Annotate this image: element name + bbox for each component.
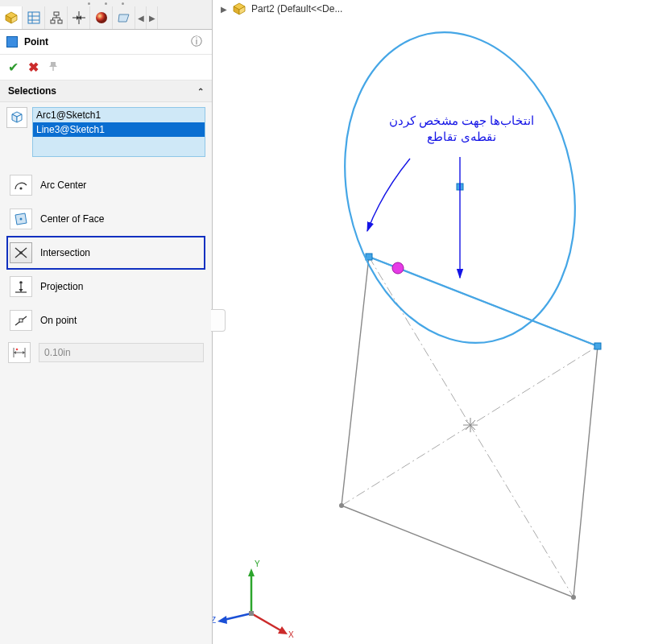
plane-icon <box>118 11 130 24</box>
option-label: Projection <box>40 281 83 292</box>
graphics-area[interactable]: ▶ Part2 (Default<<De... <box>213 0 646 644</box>
svg-text:Y: Y <box>255 559 260 568</box>
tab-property-manager[interactable] <box>23 6 45 29</box>
tab-config-manager[interactable] <box>45 6 68 29</box>
panel-flyout-tab[interactable] <box>211 309 226 332</box>
svg-point-26 <box>20 218 23 221</box>
option-projection[interactable]: Projection <box>6 270 205 303</box>
annotation-arrow <box>367 159 410 231</box>
pin-button[interactable] <box>48 60 60 74</box>
svg-marker-19 <box>118 14 129 22</box>
ok-button[interactable]: ✔ <box>8 60 19 75</box>
option-on-point[interactable]: On point <box>6 303 205 337</box>
svg-text:Z: Z <box>213 616 216 625</box>
svg-rect-7 <box>54 12 59 15</box>
cancel-button[interactable]: ✖ <box>28 60 39 75</box>
center-origin-icon <box>463 418 478 432</box>
selections-section-header[interactable]: Selections ⌃ <box>0 80 212 102</box>
selection-item[interactable]: Line3@Sketch1 <box>33 122 205 137</box>
svg-text:X: X <box>288 630 294 639</box>
svg-point-29 <box>19 251 22 254</box>
point-options: Arc Center Center of Face <box>0 162 212 371</box>
selections-label: Selections <box>8 85 56 97</box>
svg-rect-8 <box>51 20 55 23</box>
sphere-icon <box>95 11 108 24</box>
svg-rect-54 <box>594 343 601 349</box>
tab-dim-manager[interactable] <box>68 6 90 29</box>
selections-body: Arc1@Sketch1 Line3@Sketch1 <box>0 102 212 162</box>
svg-marker-57 <box>248 568 255 576</box>
option-label: On point <box>40 315 77 326</box>
svg-point-51 <box>571 595 576 600</box>
tab-display-manager[interactable] <box>90 6 113 29</box>
option-label: Intersection <box>40 247 90 258</box>
svg-point-24 <box>19 187 22 189</box>
svg-rect-35 <box>19 319 23 322</box>
distance-input <box>39 343 204 362</box>
svg-point-41 <box>16 349 19 351</box>
projection-icon <box>13 279 29 295</box>
panel-tabs: ◀ ▶ <box>0 6 212 30</box>
option-center-of-face[interactable]: Center of Face <box>6 202 205 236</box>
panel-drag-handle[interactable] <box>0 0 212 6</box>
svg-marker-32 <box>19 289 23 292</box>
option-label: Center of Face <box>40 213 104 225</box>
svg-line-60 <box>224 613 251 620</box>
distance-icon <box>11 345 27 361</box>
svg-rect-9 <box>58 20 62 23</box>
cube-wire-icon <box>10 110 24 125</box>
tab-nav-right[interactable]: ▶ <box>147 6 158 29</box>
selections-listbox[interactable]: Arc1@Sketch1 Line3@Sketch1 <box>32 107 205 157</box>
action-bar: ✔ ✖ <box>0 55 212 80</box>
tab-unknown[interactable] <box>113 6 135 29</box>
feature-title: Point <box>24 36 188 47</box>
svg-marker-61 <box>217 616 227 624</box>
tree-icon <box>50 11 63 24</box>
option-intersection[interactable]: Intersection <box>6 236 205 270</box>
svg-point-52 <box>339 503 344 508</box>
axes-triad: Y X Z <box>213 559 294 639</box>
selection-item[interactable]: Arc1@Sketch1 <box>33 108 205 122</box>
dimension-row <box>6 337 205 368</box>
sketch-plane-outline <box>342 257 598 597</box>
svg-point-30 <box>19 281 23 284</box>
center-face-icon <box>13 211 29 227</box>
tab-feature-manager[interactable] <box>0 6 23 29</box>
pushpin-icon <box>48 60 60 72</box>
cube-gold-icon <box>4 10 19 25</box>
svg-point-18 <box>96 12 107 23</box>
annotation-text: انتخاب‌ها جهت مشخص کردن نقطه‌ی تقاطع <box>361 113 562 146</box>
option-label: Arc Center <box>40 180 86 191</box>
intersection-point <box>392 262 404 274</box>
help-icon[interactable]: ⓘ <box>188 35 205 49</box>
feature-header: Point ⓘ <box>0 30 212 55</box>
chevron-up-icon: ⌃ <box>197 87 204 96</box>
option-arc-center[interactable]: Arc Center <box>6 168 205 202</box>
arc-center-icon <box>13 177 29 193</box>
intersection-icon <box>13 245 29 261</box>
tab-nav-left[interactable]: ◀ <box>135 6 147 29</box>
crosshair-icon <box>72 11 85 24</box>
on-point-icon <box>13 312 29 328</box>
scene-svg: Y X Z <box>213 0 646 644</box>
svg-rect-3 <box>28 12 39 23</box>
property-manager-panel: ◀ ▶ Point ⓘ ✔ ✖ Selections ⌃ <box>0 0 213 644</box>
list-grid-icon <box>27 11 40 24</box>
point-feature-icon <box>6 36 18 47</box>
svg-rect-62 <box>249 611 254 616</box>
entity-type-icon <box>6 107 27 128</box>
svg-line-58 <box>251 613 282 631</box>
